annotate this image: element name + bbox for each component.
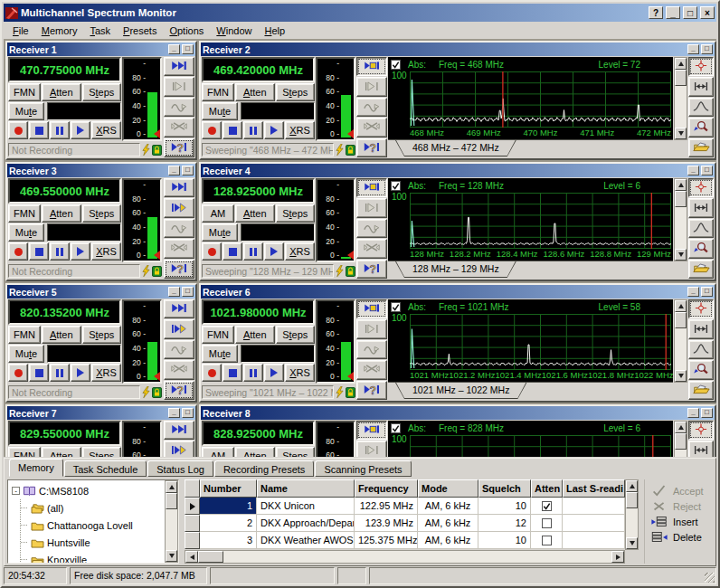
minimize-button[interactable]: _ [666,6,680,19]
tab-task-schedule[interactable]: Task Schedule [64,460,147,477]
play-button[interactable] [71,242,90,261]
curve-button[interactable] [688,340,714,359]
mode-button[interactable]: FMN [8,447,41,457]
expand-toggle[interactable]: - [12,487,20,495]
xrs-button[interactable]: XRS [285,242,315,261]
xrs-button[interactable]: XRS [91,121,121,139]
steps-button[interactable]: Steps [276,83,316,101]
xrs-button[interactable]: XRS [285,121,315,139]
col-header-mode[interactable]: Mode [418,479,478,498]
spectrum-checkbox[interactable] [391,302,401,312]
monitor-button[interactable] [356,178,387,197]
play-button[interactable] [71,364,90,382]
scroll-down-button[interactable] [675,249,687,261]
skip-scan-button[interactable] [164,219,194,238]
tree-item[interactable]: Chattanooga Lovell [21,517,165,534]
row-selector[interactable] [185,498,200,515]
mute-button[interactable]: Mute [8,345,44,363]
col-header-atten[interactable]: Atten [531,479,563,498]
resume-scan-button[interactable] [164,77,194,96]
atten-button[interactable]: Atten [235,447,275,457]
mode-button[interactable]: FMN [202,326,234,344]
search-button[interactable]: ? [164,260,194,279]
minimize-button[interactable]: _ [168,287,180,297]
crosshair-button[interactable] [688,421,714,440]
mode-button[interactable]: FMN [8,326,41,344]
cell-name[interactable]: DKX Weather AWOS [257,532,355,549]
mode-button[interactable]: FMN [8,204,41,223]
row-selector[interactable] [185,532,200,549]
scroll-up-button[interactable] [675,422,687,433]
pause-button[interactable] [50,242,70,261]
stop-button[interactable] [29,121,49,139]
band-tab[interactable]: 468 MHz – 472 MHz [396,140,516,156]
stop-button[interactable] [223,242,242,261]
tab-recording-presets[interactable]: Recording Presets [214,460,315,477]
tab-status-log[interactable]: Status Log [147,460,213,477]
receiver-titlebar[interactable]: Receiver 2_□ [201,43,715,56]
col-header-last-s-readi[interactable]: Last S-readi [563,479,625,498]
scroll-thumb[interactable] [166,493,177,509]
atten-button[interactable]: Atten [42,326,81,344]
resume-scan-button[interactable] [356,77,387,96]
skip-scan-button[interactable] [356,219,387,238]
close-button[interactable]: × [700,6,715,19]
help-button[interactable]: ? [649,6,663,19]
receiver-titlebar[interactable]: Receiver 7_□ [7,406,195,420]
menu-presets[interactable]: Presets [117,24,163,38]
record-button[interactable] [8,121,28,139]
xrs-button[interactable]: XRS [91,242,121,261]
stop-button[interactable] [29,364,49,382]
cancel-scan-button[interactable] [356,118,387,137]
tree-item[interactable]: Huntsville [21,534,165,551]
span-button[interactable] [688,441,714,457]
cell-last-s-readi[interactable] [563,498,625,515]
spectrum-checkbox[interactable] [391,60,401,70]
cell-squelch[interactable]: 10 [478,498,531,515]
scroll-track[interactable] [675,450,687,457]
maximize-button[interactable]: □ [683,6,697,19]
scroll-thumb[interactable] [675,70,687,86]
menu-options[interactable]: Options [163,24,210,38]
tree-item[interactable]: Knoxville [21,551,165,563]
steps-button[interactable]: Steps [276,204,316,223]
skip-scan-button[interactable] [164,340,194,359]
delete-button[interactable]: Delete [650,531,713,543]
band-tab[interactable]: 1021 MHz – 1022 MHz [396,383,526,398]
cell-number[interactable]: 3 [200,532,257,549]
resize-grip[interactable] [705,573,715,583]
skip-scan-button[interactable] [164,98,194,117]
cell-name[interactable]: DKX Unicon [257,498,355,515]
scroll-up-button[interactable] [675,300,687,312]
mode-button[interactable]: AM [202,447,234,457]
record-button[interactable] [8,242,28,261]
maximize-button[interactable]: □ [182,408,194,418]
menu-task[interactable]: Task [83,24,117,38]
scroll-track[interactable] [675,328,687,370]
maximize-button[interactable]: □ [182,44,194,54]
steps-button[interactable]: Steps [82,204,122,223]
steps-button[interactable]: Steps [276,447,316,457]
scroll-up-button[interactable] [166,481,177,493]
cell-mode[interactable]: AM, 6 kHz [418,498,478,515]
cell-frequency[interactable]: 125.375 MHz [355,532,418,549]
mute-button[interactable]: Mute [8,102,44,120]
insert-button[interactable]: Insert [650,516,713,527]
atten-checkbox[interactable] [542,501,552,511]
zoom-button[interactable] [688,360,714,379]
search-button[interactable]: ? [164,381,194,400]
record-button[interactable] [202,364,222,382]
open-button[interactable] [688,381,714,400]
atten-button[interactable]: Atten [42,204,81,223]
col-header-frequency[interactable]: Frequency [355,479,418,498]
scroll-thumb[interactable] [675,191,687,207]
col-header-name[interactable]: Name [257,479,355,498]
cell-number[interactable]: 2 [200,515,257,532]
menu-help[interactable]: Help [258,24,291,38]
pause-button[interactable] [50,364,70,382]
play-button[interactable] [71,121,90,139]
maximize-button[interactable]: □ [701,44,713,54]
skip-button[interactable] [164,57,194,76]
open-button[interactable] [688,260,714,279]
steps-button[interactable]: Steps [276,326,316,344]
